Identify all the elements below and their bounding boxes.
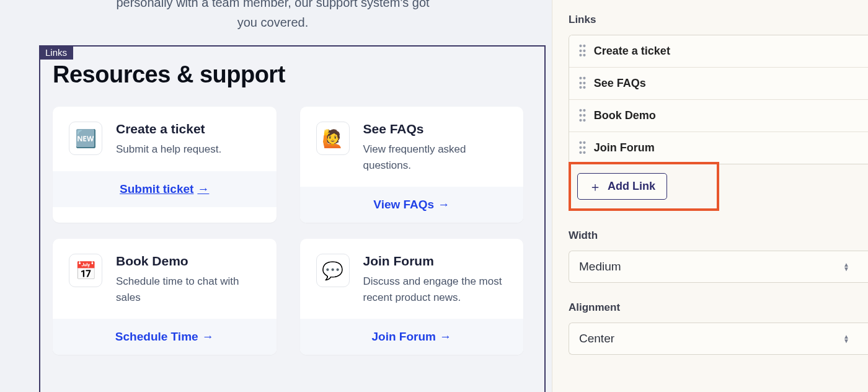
person-raising-hand-icon: 🙋 xyxy=(316,122,350,155)
calendar-icon: 📅 xyxy=(69,254,102,287)
chevron-up-down-icon: ▲▼ xyxy=(843,263,849,270)
card-desc: View frequently asked questions. xyxy=(363,141,508,173)
card-join-forum[interactable]: 💬 Join Forum Discuss and engage the most… xyxy=(300,239,524,355)
link-item-label: Book Demo xyxy=(594,109,656,122)
new-icon: 🆕 xyxy=(69,122,102,155)
drag-handle-icon[interactable]: •••••• xyxy=(579,44,587,58)
card-create-ticket[interactable]: 🆕 Create a ticket Submit a help request.… xyxy=(53,107,277,223)
card-action-schedule-time[interactable]: Schedule Time → xyxy=(115,330,214,344)
plus-icon: ＋ xyxy=(589,180,601,193)
card-action-submit-ticket[interactable]: Submit ticket → xyxy=(120,182,209,196)
alignment-label: Alignment xyxy=(569,301,868,314)
block-tag-label: Links xyxy=(39,45,73,60)
arrow-right-icon: → xyxy=(438,198,450,212)
arrow-right-icon: → xyxy=(440,330,451,344)
width-label: Width xyxy=(569,229,868,242)
arrow-right-icon: → xyxy=(197,182,209,196)
intro-line-2: you covered. xyxy=(237,16,309,29)
drag-handle-icon[interactable]: •••••• xyxy=(579,141,587,155)
link-item-label: Join Forum xyxy=(594,141,655,154)
width-group: Width Medium ▲▼ xyxy=(569,229,868,283)
drag-handle-icon[interactable]: •••••• xyxy=(579,76,587,91)
card-book-demo[interactable]: 📅 Book Demo Schedule time to chat with s… xyxy=(53,239,277,355)
alignment-select[interactable]: Center ▲▼ xyxy=(569,323,868,355)
speech-bubble-icon: 💬 xyxy=(316,254,350,287)
preview-panel: Links Resources & support 🆕 Create a tic… xyxy=(39,45,546,392)
drag-handle-icon[interactable]: •••••• xyxy=(579,109,587,123)
link-item-see-faqs[interactable]: •••••• See FAQs xyxy=(569,68,868,100)
card-title: Join Forum xyxy=(363,254,508,269)
arrow-right-icon: → xyxy=(202,330,214,344)
card-see-faqs[interactable]: 🙋 See FAQs View frequently asked questio… xyxy=(300,107,524,223)
width-value: Medium xyxy=(579,260,621,274)
link-item-create-ticket[interactable]: •••••• Create a ticket xyxy=(569,35,868,68)
links-label: Links xyxy=(569,14,868,26)
intro-line-1: personally with a team member, our suppo… xyxy=(116,0,429,9)
alignment-group: Alignment Center ▲▼ xyxy=(569,301,868,355)
cards-grid: 🆕 Create a ticket Submit a help request.… xyxy=(53,107,523,355)
card-desc: Schedule time to chat with sales xyxy=(116,274,260,305)
card-title: See FAQs xyxy=(363,122,508,136)
card-desc: Submit a help request. xyxy=(116,141,260,158)
section-title: Resources & support xyxy=(53,61,523,88)
card-title: Create a ticket xyxy=(116,122,260,136)
add-link-label: Add Link xyxy=(608,180,655,193)
card-action-join-forum[interactable]: Join Forum → xyxy=(372,330,451,344)
settings-sidebar: Links •••••• Create a ticket •••••• See … xyxy=(552,0,868,392)
link-item-label: See FAQs xyxy=(594,77,646,90)
intro-text: personally with a team member, our suppo… xyxy=(0,0,546,32)
card-desc: Discuss and engage the most recent produ… xyxy=(363,274,508,305)
alignment-value: Center xyxy=(579,332,614,345)
links-list: •••••• Create a ticket •••••• See FAQs •… xyxy=(569,35,868,164)
card-title: Book Demo xyxy=(116,254,260,269)
highlight-annotation: ＋ Add Link xyxy=(569,162,719,211)
link-item-book-demo[interactable]: •••••• Book Demo xyxy=(569,100,868,132)
add-link-button[interactable]: ＋ Add Link xyxy=(577,173,667,200)
link-item-join-forum[interactable]: •••••• Join Forum xyxy=(569,132,868,164)
chevron-up-down-icon: ▲▼ xyxy=(843,335,849,342)
width-select[interactable]: Medium ▲▼ xyxy=(569,251,868,283)
card-action-view-faqs[interactable]: View FAQs → xyxy=(373,198,450,212)
link-item-label: Create a ticket xyxy=(594,45,670,58)
